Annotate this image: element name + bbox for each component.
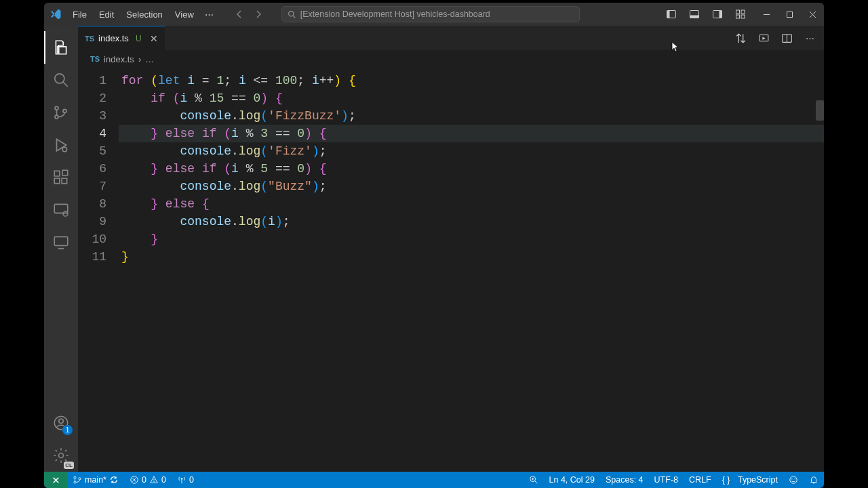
remote-explorer-icon[interactable]: [44, 194, 78, 226]
code-line[interactable]: } else if (i % 3 == 0) {: [119, 125, 824, 142]
code-line[interactable]: console.log(i);: [119, 213, 824, 230]
sync-icon[interactable]: [109, 475, 119, 485]
indentation[interactable]: Spaces: 4: [600, 472, 649, 488]
feedback-icon[interactable]: [783, 472, 804, 488]
zoom-indicator[interactable]: [524, 472, 544, 488]
tab-git-status: U: [136, 34, 142, 43]
menu-selection[interactable]: Selection: [121, 7, 167, 22]
svg-rect-24: [62, 178, 67, 184]
code-line[interactable]: console.log('FizzBuzz');: [119, 107, 824, 125]
line-number: 6: [78, 160, 106, 178]
braces-icon: { }: [722, 475, 730, 485]
status-bar: main* 0 0 0 Ln 4, Col 29 Spaces: 4 UTF-8…: [44, 472, 824, 488]
title-bar: File Edit Selection View ⋯ [Extension De…: [44, 3, 824, 26]
svg-point-37: [74, 481, 76, 483]
line-number: 11: [78, 248, 106, 266]
line-number: 7: [78, 178, 106, 195]
code-line[interactable]: console.log("Buzz");: [119, 178, 824, 195]
code-line[interactable]: if (i % 15 == 0) {: [119, 89, 824, 107]
breadcrumb-filename: index.ts: [104, 54, 134, 64]
search-panel-icon[interactable]: [44, 64, 78, 96]
toggle-panel-icon[interactable]: [684, 4, 705, 24]
toggle-primary-sidebar-icon[interactable]: [661, 4, 682, 24]
notifications-icon[interactable]: [804, 472, 824, 488]
nav-back-icon[interactable]: [231, 6, 248, 22]
menu-file[interactable]: File: [67, 7, 92, 22]
code-line[interactable]: for (let i = 1; i <= 100; i++) {: [119, 72, 824, 89]
command-center[interactable]: [Extension Development Host] vehicles-da…: [281, 6, 580, 22]
git-branch[interactable]: main*: [67, 472, 124, 488]
svg-rect-28: [54, 237, 68, 245]
settings-gear-icon[interactable]: CL: [44, 439, 78, 472]
svg-point-51: [794, 479, 795, 479]
nav-forward-icon[interactable]: [250, 6, 267, 22]
svg-point-18: [55, 106, 58, 110]
zoom-icon: [529, 475, 538, 485]
toggle-secondary-sidebar-icon[interactable]: [707, 4, 728, 24]
extensions-icon[interactable]: [44, 161, 78, 194]
editor-actions: ⋯: [732, 26, 824, 50]
ports-icon[interactable]: [44, 226, 78, 259]
breadcrumb-tail: …: [145, 54, 154, 64]
line-number: 8: [78, 195, 106, 213]
search-icon: [288, 10, 296, 19]
svg-point-20: [63, 109, 66, 113]
svg-rect-3: [667, 11, 670, 18]
svg-rect-10: [736, 15, 740, 18]
code-line[interactable]: console.log('Fizz');: [119, 142, 824, 160]
line-number: 2: [78, 89, 106, 107]
editor-more-icon[interactable]: ⋯: [801, 29, 818, 47]
svg-point-16: [55, 74, 64, 83]
run-file-icon[interactable]: [755, 29, 772, 47]
language-mode[interactable]: { } TypeScript: [717, 472, 783, 488]
ports-status[interactable]: 0: [172, 472, 199, 488]
code-line[interactable]: }: [119, 230, 824, 248]
eol[interactable]: CRLF: [684, 472, 717, 488]
layout-controls: [661, 4, 751, 24]
svg-rect-11: [741, 15, 745, 18]
breadcrumb[interactable]: TS index.ts › …: [78, 50, 824, 68]
menu-view[interactable]: View: [170, 7, 199, 22]
window-minimize-icon[interactable]: [755, 4, 778, 24]
source-control-icon[interactable]: [44, 96, 78, 129]
svg-point-19: [55, 115, 58, 119]
window-maximize-icon[interactable]: [778, 4, 801, 24]
compare-changes-icon[interactable]: [732, 29, 749, 47]
problems[interactable]: 0 0: [124, 472, 172, 488]
code-content[interactable]: for (let i = 1; i <= 100; i++) { if (i %…: [119, 68, 824, 472]
warning-icon: [149, 475, 159, 485]
tab-close-icon[interactable]: ✕: [150, 33, 158, 44]
tab-index-ts[interactable]: TS index.ts U ✕: [78, 26, 165, 50]
ports-count: 0: [189, 475, 194, 485]
menu-more-icon[interactable]: ⋯: [199, 7, 219, 22]
menu-edit[interactable]: Edit: [94, 7, 119, 22]
line-number-gutter: 1234567891011: [78, 68, 119, 472]
code-line[interactable]: } else if (i % 5 == 0) {: [119, 160, 824, 178]
svg-line-1: [293, 16, 295, 18]
svg-point-21: [62, 147, 67, 152]
editor-scrollbar-thumb[interactable]: [816, 100, 824, 121]
svg-rect-25: [62, 170, 68, 176]
svg-rect-23: [54, 178, 60, 184]
customize-layout-icon[interactable]: [730, 4, 751, 24]
cursor-position[interactable]: Ln 4, Col 29: [544, 472, 600, 488]
svg-point-0: [288, 11, 293, 16]
explorer-icon[interactable]: [44, 31, 78, 64]
code-line[interactable]: } else {: [119, 195, 824, 213]
language-name: TypeScript: [738, 475, 778, 485]
svg-point-36: [74, 476, 76, 479]
line-number: 5: [78, 142, 106, 160]
svg-rect-22: [54, 171, 60, 176]
svg-point-31: [59, 419, 64, 424]
vscode-window: File Edit Selection View ⋯ [Extension De…: [44, 3, 824, 488]
accounts-icon[interactable]: 1: [44, 407, 78, 439]
split-editor-icon[interactable]: [778, 29, 795, 47]
remote-indicator-icon[interactable]: [44, 472, 67, 488]
nav-arrows: [231, 6, 267, 22]
code-line[interactable]: }: [119, 248, 824, 266]
code-editor[interactable]: 1234567891011 for (let i = 1; i <= 100; …: [78, 68, 824, 472]
run-debug-icon[interactable]: [44, 129, 78, 161]
window-close-icon[interactable]: [801, 4, 824, 24]
svg-line-46: [534, 481, 537, 484]
encoding[interactable]: UTF-8: [649, 472, 684, 488]
